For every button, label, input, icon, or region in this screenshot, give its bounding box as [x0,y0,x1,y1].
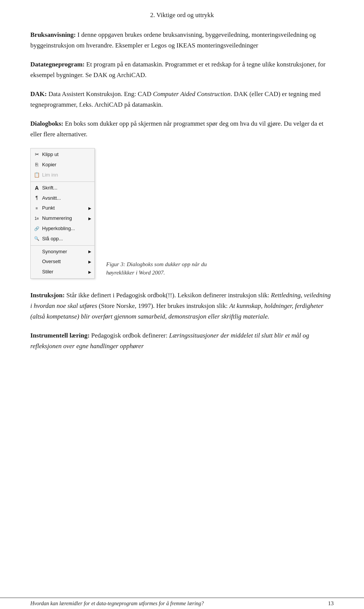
term-text-instrumentell: Pedagogisk ordbok definerer: [89,332,169,339]
term-italic-dak: Computer Aided Construction [153,90,231,98]
figure-caption-text: Figur 3: Dialogboks som dukker opp når d… [106,261,207,276]
stiler-icon [33,269,41,275]
oversett-icon [33,259,41,265]
term-dialogboks: Dialogboks: En boks som dukker opp på sk… [30,118,334,140]
menu-item-klipp-ut[interactable]: ✂ Klipp ut [31,150,94,160]
footer-page-number: 13 [328,600,334,607]
link-icon: 🔗 [33,226,41,232]
footer-bar: Hvordan kan læremidler for et data-tegne… [0,598,364,609]
term-dak: DAK: Data Assistert Konstruksjon. Eng: C… [30,89,334,110]
paragraph-icon: ¶ [33,195,41,201]
synonymer-icon [33,249,41,255]
term-bruksanvisning: Bruksanvisning: I denne oppgaven brukes … [30,30,334,51]
menu-item-synonymer[interactable]: Synonymer ▶ [31,247,94,257]
figure-area: ✂ Klipp ut ⎘ Kopier 📋 Lim inn A Skrift. [30,148,334,279]
term-label-dialogboks: Dialogboks: [30,120,63,127]
punkt-arrow: ▶ [88,205,91,211]
synonymer-arrow: ▶ [88,249,91,255]
menu-item-avsnitt[interactable]: ¶ Avsnitt... [31,193,94,204]
term-label-datategneprogram: Datategneprogram: [30,61,85,68]
oversett-arrow: ▶ [88,259,91,265]
menu-item-punkt[interactable]: ≡ Punkt ▶ [31,203,94,213]
term-datategneprogram: Datategneprogram: Et program på en datam… [30,59,334,80]
term-instrumentell: Instrumentell læring: Pedagogisk ordbok … [30,330,334,352]
menu-item-oversett[interactable]: Oversett ▶ [31,257,94,267]
term-text-dialogboks: En boks som dukker opp på skjermen når p… [30,120,323,138]
copy-icon: ⎘ [33,162,41,168]
numbering-icon: 1≡ [33,216,41,222]
term-text-instruksjon: Står ikke definert i Pedagogisk ordbok(!… [65,292,271,299]
main-content: Bruksanvisning: I denne oppgaven brukes … [30,30,334,352]
menu-item-sla-opp[interactable]: 🔍 Slå opp... [31,234,94,244]
bullet-icon: ≡ [33,205,41,211]
nummerering-arrow: ▶ [88,216,91,222]
term-label-bruksanvisning: Bruksanvisning: [30,31,76,38]
term-text-dak: Data Assistert Konstruksjon. Eng: CAD [47,90,153,98]
context-menu: ✂ Klipp ut ⎘ Kopier 📋 Lim inn A Skrift. [30,148,95,279]
term-label-instruksjon: Instruksjon: [30,292,65,299]
font-icon: A [33,185,41,191]
term-label-instrumentell: Instrumentell læring: [30,332,89,339]
menu-item-skrift[interactable]: A Skrift... [31,183,94,193]
page-title: 2. Viktige ord og uttrykk [30,11,334,19]
figure-caption: Figur 3: Dialogboks som dukker opp når d… [106,260,228,279]
page-container: 2. Viktige ord og uttrykk Bruksanvisning… [0,0,364,609]
footer-text: Hvordan kan læremidler for et data-tegne… [30,601,204,607]
term-label-dak: DAK: [30,90,47,98]
scissors-icon: ✂ [33,152,41,158]
menu-separator-2 [31,245,94,246]
menu-item-kopier[interactable]: ⎘ Kopier [31,160,94,170]
menu-item-stiler[interactable]: Stiler ▶ [31,267,94,277]
term-instruksjon: Instruksjon: Står ikke definert i Pedago… [30,290,334,322]
menu-separator-1 [31,181,94,182]
menu-item-nummerering[interactable]: 1≡ Nummerering ▶ [31,213,94,224]
menu-item-lim-inn[interactable]: 📋 Lim inn [31,170,94,180]
term-text2-instruksjon: (Store Norske, 1997). Her brukes instruk… [97,302,229,309]
stiler-arrow: ▶ [88,269,91,275]
menu-item-hyperkobling[interactable]: 🔗 Hyperkobling... [31,224,94,234]
lookup-icon: 🔍 [33,236,41,242]
paste-icon: 📋 [33,172,41,178]
